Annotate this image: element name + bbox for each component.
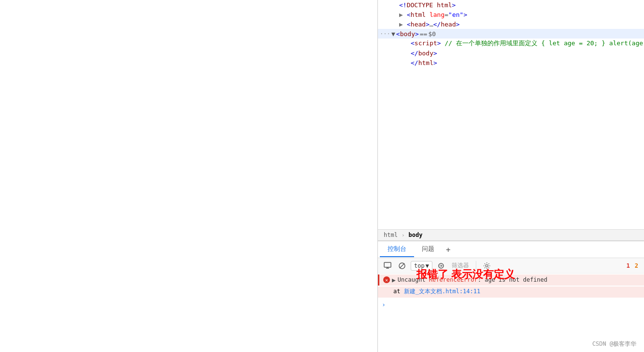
code-editor: <!DOCTYPE html> ▶ <html lang="en"> ▶ <he… <box>378 0 644 241</box>
counter-group: 1 2 <box>625 260 640 272</box>
dropdown-arrow: ▼ <box>426 262 429 269</box>
code-line-7: </html> <box>378 58 644 67</box>
clear-icon <box>398 262 406 270</box>
console-area: 控制台 问题 + top <box>378 241 644 352</box>
code-line-5: <script> // 在一个单独的作用域里面定义 { let age = 20… <box>378 39 644 48</box>
page-attribution: CSDN @极客李华 <box>592 340 636 348</box>
svg-point-7 <box>485 264 488 267</box>
tab-issues[interactable]: 问题 <box>414 242 442 257</box>
breadcrumb-body[interactable]: body <box>407 231 425 239</box>
error-file-link[interactable]: 新建_文本文档.html:14:11 <box>404 288 481 295</box>
line-content-6: </body> <box>411 50 644 57</box>
prompt-arrow-icon: › <box>382 301 386 308</box>
toolbar-separator <box>476 261 476 271</box>
error-count-btn[interactable]: 1 <box>625 260 632 272</box>
svg-line-4 <box>400 263 404 268</box>
filter-btn[interactable] <box>435 260 447 272</box>
line-content-1: <!DOCTYPE html> <box>399 1 644 9</box>
tab-console[interactable]: 控制台 <box>380 242 414 257</box>
at-label: at <box>393 288 404 295</box>
settings-btn[interactable] <box>481 260 493 272</box>
code-line-6: </body> <box>378 48 644 58</box>
line-content-7: </html> <box>411 59 644 66</box>
left-panel <box>0 0 377 352</box>
error-row: ✕ ▶ Uncaught ReferenceError: age is not … <box>378 274 644 286</box>
error-message: Uncaught ReferenceError: age is not defi… <box>398 276 640 283</box>
console-prompt: › <box>378 298 644 311</box>
code-line-3: ▶ <head>…</head> <box>378 19 644 29</box>
clear-console-btn[interactable] <box>396 260 408 272</box>
code-line-2: ▶ <html lang="en"> <box>378 10 644 19</box>
settings-icon <box>483 262 491 270</box>
line-content-2: <html lang="en"> <box>407 11 644 18</box>
error-location: at 新建_文本文档.html:14:11 <box>378 287 644 298</box>
error-circle-icon: ✕ <box>383 276 390 283</box>
console-tabs: 控制台 问题 + <box>378 241 644 258</box>
line-content-5: <script> // 在一个单独的作用域里面定义 { let age = 20… <box>411 39 644 48</box>
warning-count-btn[interactable]: 2 <box>633 260 640 272</box>
breadcrumb: html › body <box>378 229 644 241</box>
monitor-icon <box>384 262 391 270</box>
devtools-panel: <!DOCTYPE html> ▶ <html lang="en"> ▶ <he… <box>377 0 644 352</box>
line-content-3: <head>…</head> <box>407 21 644 28</box>
filter-icon <box>437 262 445 270</box>
top-label: top <box>414 262 425 269</box>
top-dropdown[interactable]: top ▼ <box>411 261 432 271</box>
breadcrumb-html[interactable]: html <box>382 231 400 239</box>
filter-label: 筛选器 <box>450 261 471 270</box>
console-icon-btn[interactable] <box>382 260 393 272</box>
console-toolbar: top ▼ 筛选器 <box>378 258 644 274</box>
tab-add-button[interactable]: + <box>442 242 455 257</box>
error-toggle[interactable]: ▶ <box>392 276 396 284</box>
svg-rect-0 <box>384 262 391 267</box>
code-line-1: <!DOCTYPE html> <box>378 0 644 10</box>
code-line-4-body: ··· ▼ <body> == $0 <box>378 29 644 39</box>
